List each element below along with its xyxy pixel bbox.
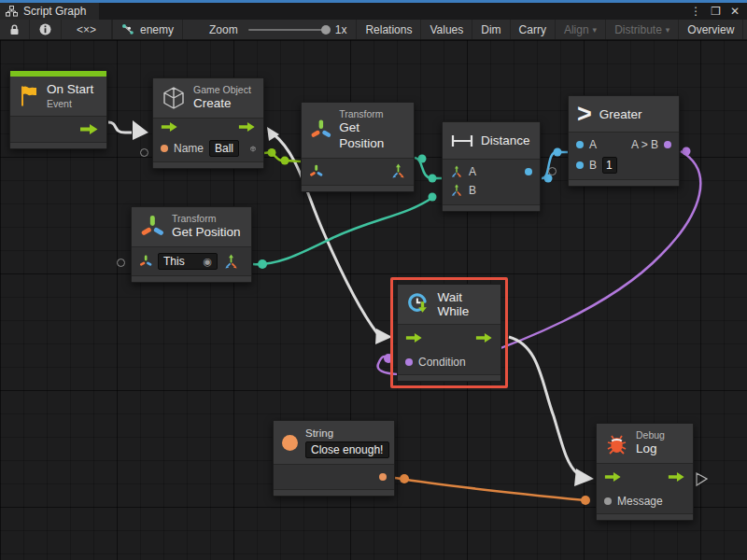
vector3-output-port[interactable] xyxy=(223,254,239,270)
wait-icon xyxy=(406,291,430,317)
code-icon: <×> xyxy=(77,23,96,36)
flow-input-port[interactable] xyxy=(405,332,423,343)
window-menu-icon[interactable]: ⋮ xyxy=(690,5,701,18)
flow-input-port[interactable] xyxy=(161,121,178,133)
flow-output-port[interactable] xyxy=(668,471,685,483)
node-create[interactable]: Game Object Create Name xyxy=(152,77,264,169)
getposition-target-default-port[interactable] xyxy=(117,259,125,267)
message-label: Message xyxy=(617,495,663,508)
create-name-default-port[interactable] xyxy=(140,148,148,157)
close-icon[interactable]: ✕ xyxy=(730,5,740,18)
flow-output-port[interactable] xyxy=(475,332,493,343)
b-label: B xyxy=(469,184,476,197)
game-object-icon xyxy=(162,86,186,110)
maximize-icon[interactable]: ❒ xyxy=(711,5,721,18)
b-input-port[interactable] xyxy=(576,161,584,169)
condition-row: Condition xyxy=(398,350,500,374)
node-title: Get Position xyxy=(172,225,241,241)
node-greater[interactable]: > Greater A A > B B xyxy=(568,95,680,187)
node-header: Transform Get Position xyxy=(132,207,251,247)
b-row: B xyxy=(443,181,540,204)
zoom-control: Zoom 1x xyxy=(183,20,356,39)
bool-output-port[interactable] xyxy=(664,141,671,148)
vector3-input-port-b[interactable] xyxy=(450,184,463,197)
string-value-field[interactable] xyxy=(305,441,389,458)
zoom-value: 1x xyxy=(335,23,347,36)
node-title: On Start xyxy=(47,82,93,98)
flow-row xyxy=(10,117,106,142)
string-output-port[interactable] xyxy=(379,473,387,481)
graph-canvas[interactable]: On Start Event Game Object Create xyxy=(0,40,747,560)
gameobject-output-port[interactable] xyxy=(250,142,256,156)
zoom-slider[interactable] xyxy=(248,29,329,31)
node-string[interactable]: String xyxy=(273,420,395,497)
align-label: Align xyxy=(564,23,589,36)
node-distance[interactable]: Distance A B xyxy=(442,121,541,212)
transform-input-port[interactable] xyxy=(309,164,323,178)
name-field[interactable] xyxy=(209,140,239,157)
wire-onstart-to-create[interactable] xyxy=(108,122,132,133)
node-wait-while[interactable]: Wait While Condition xyxy=(397,284,501,382)
wire-waitwhile-to-debuglog[interactable] xyxy=(509,337,577,473)
wire-getpositiontop-to-distance-a[interactable] xyxy=(415,158,442,178)
tab-script-graph[interactable]: Script Graph xyxy=(0,3,99,20)
values-button[interactable]: Values xyxy=(421,20,472,39)
node-footer xyxy=(302,185,414,191)
condition-input-port[interactable] xyxy=(405,358,413,366)
b-value-field[interactable] xyxy=(602,157,617,174)
lock-button[interactable] xyxy=(0,20,30,39)
relations-button[interactable]: Relations xyxy=(356,20,421,39)
node-footer xyxy=(274,489,394,496)
node-get-position-top[interactable]: Transform Get Position xyxy=(301,102,415,192)
overview-button[interactable]: Overview xyxy=(679,20,743,39)
wire-create-to-getposition[interactable] xyxy=(264,153,301,161)
zoom-slider-handle[interactable] xyxy=(321,25,331,35)
node-on-start[interactable]: On Start Event xyxy=(9,70,107,149)
node-footer xyxy=(132,275,251,282)
carry-button[interactable]: Carry xyxy=(511,20,556,39)
node-footer xyxy=(569,179,679,186)
target-field[interactable]: This ◉ xyxy=(158,253,218,270)
flow-input-port[interactable] xyxy=(604,471,622,483)
port-row: This ◉ xyxy=(132,247,251,275)
dim-button[interactable]: Dim xyxy=(472,20,510,39)
wire-string-to-message[interactable] xyxy=(395,478,585,500)
message-input-port[interactable] xyxy=(604,497,612,505)
node-subtitle: Event xyxy=(47,98,93,110)
object-picker-icon[interactable]: ◉ xyxy=(203,256,212,268)
port-row xyxy=(274,465,394,489)
vector3-input-port-a[interactable] xyxy=(450,165,463,178)
flag-icon xyxy=(19,85,39,107)
fullscreen-button[interactable]: Full Screen xyxy=(743,20,747,39)
node-title: String xyxy=(305,427,389,440)
transform-icon xyxy=(140,215,164,239)
graph-breadcrumb[interactable]: enemy xyxy=(113,20,183,39)
node-debug-log[interactable]: Debug Log Message xyxy=(596,423,694,521)
port-row xyxy=(302,159,414,185)
flow-output-port[interactable] xyxy=(238,121,256,133)
node-header: Distance xyxy=(443,122,540,160)
greater-b-default-port[interactable] xyxy=(548,167,557,175)
transform-icon xyxy=(310,119,331,141)
dim-label: Dim xyxy=(481,23,500,36)
float-output-port[interactable] xyxy=(525,168,532,175)
wire-getpositionbottom-to-distance-b[interactable] xyxy=(253,197,433,264)
transform-input-port[interactable] xyxy=(139,255,152,268)
distance-icon xyxy=(451,134,473,147)
string-input-port[interactable] xyxy=(161,145,168,152)
distribute-button[interactable]: Distribute ▾ xyxy=(606,20,679,39)
node-get-position-bottom[interactable]: Transform Get Position This ◉ xyxy=(131,206,252,283)
node-category: Debug xyxy=(636,429,665,441)
a-input-port[interactable] xyxy=(576,141,584,148)
inspect-button[interactable] xyxy=(30,20,62,39)
info-icon xyxy=(39,23,51,35)
a-label: A xyxy=(469,165,476,178)
align-button[interactable]: Align ▾ xyxy=(556,20,606,39)
code-view-button[interactable]: <×> xyxy=(62,20,112,39)
node-category: Game Object xyxy=(193,84,251,96)
vector3-output-port[interactable] xyxy=(390,163,406,179)
node-title: Get Position xyxy=(339,120,405,152)
string-icon xyxy=(282,435,298,451)
flow-output-port[interactable] xyxy=(79,123,99,135)
unconnected-flow-port[interactable] xyxy=(697,473,707,485)
